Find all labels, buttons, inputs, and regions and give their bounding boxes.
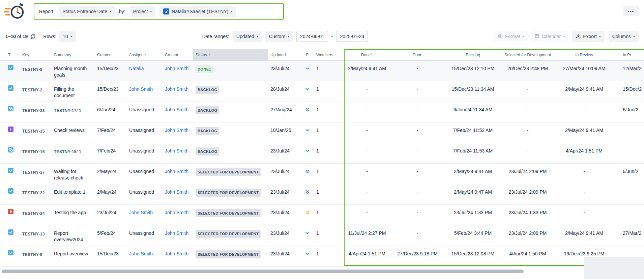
issue-summary: Planning month goals xyxy=(51,61,94,81)
refresh-icon[interactable] xyxy=(30,34,36,39)
table-row[interactable]: TESTNY-8 Planning month goals 15/Dec/23 … xyxy=(0,61,644,81)
watchers-count: 1 xyxy=(314,122,344,143)
done-entrance-date: 27/Dec/23 9:18 PM xyxy=(390,246,445,266)
col-header-backlog[interactable]: Backlog xyxy=(445,49,501,60)
date-from-input[interactable]: 2024-06-01 xyxy=(296,31,328,42)
status-badge: SELECTED FOR DEVELOPMENT xyxy=(196,209,261,217)
export-button[interactable]: Export ▾ xyxy=(572,31,605,42)
creator-link[interactable]: John Smith xyxy=(162,225,193,246)
assignee-link: Unassigned xyxy=(126,164,162,184)
project-value: NataliaYSaasjet (TESTNY) xyxy=(172,9,228,14)
rows-per-page-value: 10 xyxy=(63,34,68,39)
created-date: 15/Dec/23 xyxy=(94,61,126,81)
pagination-of: of xyxy=(17,34,21,39)
assignee-link[interactable]: Natalia xyxy=(126,61,162,81)
table-row[interactable]: TESTNY-22 Edit template 1 2/May/24 Unass… xyxy=(0,184,644,205)
col-header-created[interactable]: Created xyxy=(94,49,126,60)
assignee-link[interactable]: John Smith xyxy=(126,81,162,102)
date-to-input[interactable]: 2025-01-23 xyxy=(336,31,368,42)
done1-entrance-date: - xyxy=(344,184,390,204)
creator-link[interactable]: John Smith xyxy=(162,81,193,102)
created-date: 15/Dec/23 xyxy=(94,246,126,266)
table-row[interactable]: TESTNY-15 Check reviews 7/Feb/24 Unassig… xyxy=(0,122,644,143)
col-header-key[interactable]: Key xyxy=(20,49,51,60)
table-header-row: T Key Summary Created Assignee Creator S… xyxy=(0,49,644,61)
col-header-in-review[interactable]: In Review xyxy=(554,49,614,60)
issue-key[interactable]: TESTNY-6 xyxy=(20,246,51,266)
col-header-done[interactable]: Done xyxy=(390,49,445,60)
creator-link[interactable]: John Smith xyxy=(162,61,193,81)
subtask-icon xyxy=(8,107,13,112)
issue-key[interactable]: TESTNY-23 xyxy=(20,102,51,122)
chevron-down-icon: ▾ xyxy=(231,10,232,13)
priority-lowest-icon xyxy=(305,190,310,195)
table-row[interactable]: TESTNY-23 TESTNY-17/ 1 6/Jun/24 Unassign… xyxy=(0,102,644,122)
col-header-in-progress[interactable]: In Pr xyxy=(614,49,644,60)
col-header-assignee[interactable]: Assignee xyxy=(126,49,162,60)
creator-link[interactable]: John Smith xyxy=(162,205,193,225)
table-row[interactable]: TESTNY-2 Filling the document 15/Dec/23 … xyxy=(0,81,644,102)
issue-key[interactable]: TESTNY-8 xyxy=(20,61,51,81)
pagination-controls: 1–10 of 19 Rows: 10 ▾ xyxy=(5,31,76,42)
col-header-creator[interactable]: Creator xyxy=(162,49,193,60)
group-by-dropdown[interactable]: Project ▾ xyxy=(129,6,156,17)
table-row[interactable]: TESTNY-17 Waiting for release check 2/Ma… xyxy=(0,164,644,184)
table-row[interactable]: TESTNY-24 Testing the app 23/Jul/24 John… xyxy=(0,205,644,225)
issue-key[interactable]: TESTNY-16 xyxy=(20,143,51,163)
created-date: 7/Feb/24 xyxy=(94,143,126,163)
issue-key[interactable]: TESTNY-24 xyxy=(20,205,51,225)
selected-for-development-entrance-date: - xyxy=(501,81,554,102)
subtask-icon xyxy=(8,148,13,154)
col-header-status[interactable]: Status ↑ xyxy=(193,49,268,60)
epic-icon xyxy=(8,128,13,133)
issue-key[interactable]: TESTNY-2 xyxy=(20,81,51,102)
report-type-dropdown[interactable]: Status Entrance Date ▾ xyxy=(59,6,115,17)
app-root: Report: Status Entrance Date ▾ by: Proje… xyxy=(0,0,644,279)
col-header-type[interactable]: T xyxy=(0,49,20,60)
table-row[interactable]: TESTNY-6 Report overview 15/Dec/23 John … xyxy=(0,246,644,267)
issue-key[interactable]: TESTNY-17 xyxy=(20,164,51,184)
issue-key[interactable]: TESTNY-13 xyxy=(20,225,51,246)
columns-button[interactable]: Columns ▾ xyxy=(609,31,639,42)
priority-low-icon xyxy=(305,87,310,92)
creator-link[interactable]: John Smith xyxy=(162,122,193,143)
issue-summary: Report overview xyxy=(51,246,94,266)
creator-link[interactable]: John Smith xyxy=(162,143,193,163)
creator-link[interactable]: John Smith xyxy=(162,184,193,204)
rows-per-page-dropdown[interactable]: 10 ▾ xyxy=(59,31,76,42)
table-row[interactable]: TESTNY-16 TESTNY-15/ 1 7/Feb/24 Unassign… xyxy=(0,143,644,164)
assignee-link: Unassigned xyxy=(126,225,162,246)
more-actions-button[interactable]: ••• xyxy=(623,6,639,16)
toolbar-actions: Format ▾ Calendar ▾ Export ▾ Columns ▾ xyxy=(494,31,639,42)
assignee-link[interactable]: John Smith xyxy=(126,246,162,266)
status-badge: SELECTED FOR DEVELOPMENT xyxy=(196,189,261,197)
date-mode-dropdown[interactable]: Custom ▾ xyxy=(265,31,293,42)
date-separator: - xyxy=(331,34,333,39)
col-header-priority[interactable]: P xyxy=(303,49,314,60)
creator-link[interactable]: John Smith xyxy=(162,164,193,184)
calendar-label: Calendar xyxy=(541,34,561,39)
issues-table: T Key Summary Created Assignee Creator S… xyxy=(0,49,644,267)
assignee-link[interactable]: John Smith xyxy=(126,205,162,225)
in-review-entrance-date: 2/May/24 9:41 AM xyxy=(554,81,614,102)
selected-for-development-entrance-date: - xyxy=(501,143,554,163)
format-button: Format ▾ xyxy=(494,31,527,42)
date-field-dropdown[interactable]: Updated ▾ xyxy=(233,31,262,42)
project-dropdown[interactable]: NataliaYSaasjet (TESTNY) ▾ xyxy=(159,6,236,17)
in-progress-entrance-date: 15/Dec/2 xyxy=(614,81,644,102)
creator-link[interactable]: John Smith xyxy=(162,246,193,266)
project-avatar-icon xyxy=(163,8,169,15)
table-row[interactable]: TESTNY-13 Report overview2024 5/Feb/24 U… xyxy=(0,225,644,246)
creator-link[interactable]: John Smith xyxy=(162,102,193,122)
watchers-count: 1 xyxy=(314,102,344,122)
status-badge: SELECTED FOR DEVELOPMENT xyxy=(196,230,261,238)
issue-key[interactable]: TESTNY-15 xyxy=(20,122,51,143)
issue-key[interactable]: TESTNY-22 xyxy=(20,184,51,204)
horizontal-scrollbar[interactable] xyxy=(2,270,524,273)
updated-date: 23/Jul/24 xyxy=(268,205,303,225)
col-header-summary[interactable]: Summary xyxy=(51,49,94,60)
col-header-updated[interactable]: Updated xyxy=(268,49,303,60)
col-header-selected-for-development[interactable]: Selected for Development xyxy=(501,49,554,60)
col-header-watchers[interactable]: Watchers xyxy=(314,49,344,60)
col-header-done1[interactable]: Done1 xyxy=(344,49,390,60)
